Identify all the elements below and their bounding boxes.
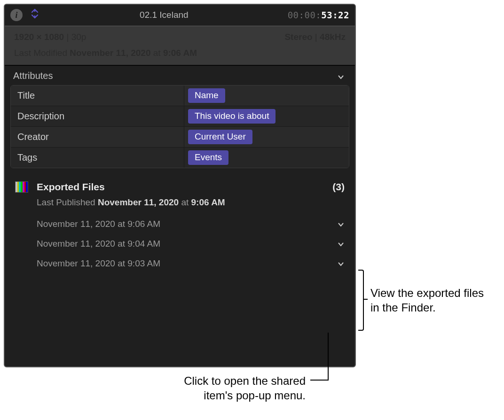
chevron-down-icon: [337, 72, 345, 80]
media-info-block: 1920 × 1080 | 30p Stereo | 48kHz Last Mo…: [5, 26, 355, 65]
fps-text: 30p: [71, 32, 87, 42]
attr-label: Description: [11, 106, 184, 126]
format-row: 1920 × 1080 | 30p Stereo | 48kHz: [5, 26, 355, 46]
attr-value-pill[interactable]: Current User: [188, 130, 252, 144]
last-published-time: 9:06 AM: [191, 197, 225, 207]
attributes-header[interactable]: Attributes: [5, 65, 355, 85]
attr-value-cell[interactable]: Events: [184, 148, 349, 168]
callout-bracket: [358, 270, 364, 331]
attributes-table: Title Name Description This video is abo…: [10, 85, 349, 168]
chevron-down-icon[interactable]: [337, 220, 345, 228]
attr-value-cell[interactable]: Name: [184, 86, 349, 106]
callout-bracket-stem: [363, 299, 368, 300]
attr-value-cell[interactable]: Current User: [184, 127, 349, 147]
last-modified-date: November 11, 2020: [70, 48, 150, 58]
callout-finder: View the exported files in the Finder.: [370, 286, 495, 315]
callout-popup: Click to open the shared item's pop-up m…: [160, 373, 306, 403]
inspector-panel: i 02.1 Iceland 00:00:53:22 1920 × 1080 |…: [4, 4, 356, 367]
last-published-row: Last Published November 11, 2020 at 9:06…: [15, 197, 345, 208]
exported-file-item[interactable]: November 11, 2020 at 9:04 AM: [15, 234, 345, 254]
last-modified-time: 9:06 AM: [163, 48, 197, 58]
chevron-down-icon[interactable]: [337, 240, 345, 248]
attr-row-description: Description This video is about: [11, 106, 349, 127]
exported-files-count: (3): [332, 181, 345, 193]
inspector-topbar: i 02.1 Iceland 00:00:53:22: [5, 5, 355, 26]
callout-pointer-horizontal: [310, 380, 329, 381]
attr-label: Creator: [11, 127, 184, 147]
exported-files-heading: Exported Files: [37, 181, 105, 193]
attr-row-creator: Creator Current User: [11, 127, 349, 148]
attr-label: Title: [11, 86, 184, 106]
attributes-label: Attributes: [13, 70, 53, 81]
last-modified-label: Last Modified: [14, 48, 67, 58]
timecode-dim: 00:00:: [288, 10, 322, 20]
info-icon[interactable]: i: [10, 9, 23, 21]
video-format: 1920 × 1080 | 30p: [14, 32, 86, 42]
exported-file-item[interactable]: November 11, 2020 at 9:06 AM: [15, 214, 345, 234]
exported-file-date: November 11, 2020 at 9:06 AM: [37, 219, 160, 229]
exported-file-item[interactable]: November 11, 2020 at 9:03 AM: [15, 254, 345, 273]
exported-file-date: November 11, 2020 at 9:04 AM: [37, 239, 160, 249]
callout-pointer-vertical: [328, 333, 329, 380]
colorbars-icon: [15, 181, 28, 193]
attr-label: Tags: [11, 148, 184, 168]
attr-value-pill[interactable]: Events: [188, 150, 228, 165]
attr-row-title: Title Name: [11, 86, 349, 106]
exported-file-date: November 11, 2020 at 9:03 AM: [37, 258, 160, 269]
exported-files-section: Exported Files (3) Last Published Novemb…: [5, 176, 355, 273]
attr-row-tags: Tags Events: [11, 148, 349, 168]
exported-files-header: Exported Files (3): [15, 181, 345, 193]
audio-format: Stereo | 48kHz: [284, 32, 346, 42]
clip-title: 02.1 Iceland: [40, 10, 288, 20]
timecode-bright: 53:22: [321, 10, 349, 20]
attr-value-pill[interactable]: This video is about: [188, 109, 276, 124]
last-published-label: Last Published: [37, 197, 95, 207]
chevron-down-icon[interactable]: [337, 260, 345, 267]
audio-mode-text: Stereo: [284, 32, 312, 42]
share-icon[interactable]: [29, 8, 40, 22]
attr-value-cell[interactable]: This video is about: [184, 106, 349, 126]
attr-value-pill[interactable]: Name: [188, 88, 225, 103]
last-modified-row: Last Modified November 11, 2020 at 9:06 …: [5, 46, 355, 65]
sample-rate-text: 48kHz: [320, 32, 346, 42]
last-published-date: November 11, 2020: [98, 197, 179, 207]
timecode: 00:00:53:22: [288, 10, 349, 20]
resolution-text: 1920 × 1080: [14, 32, 64, 42]
